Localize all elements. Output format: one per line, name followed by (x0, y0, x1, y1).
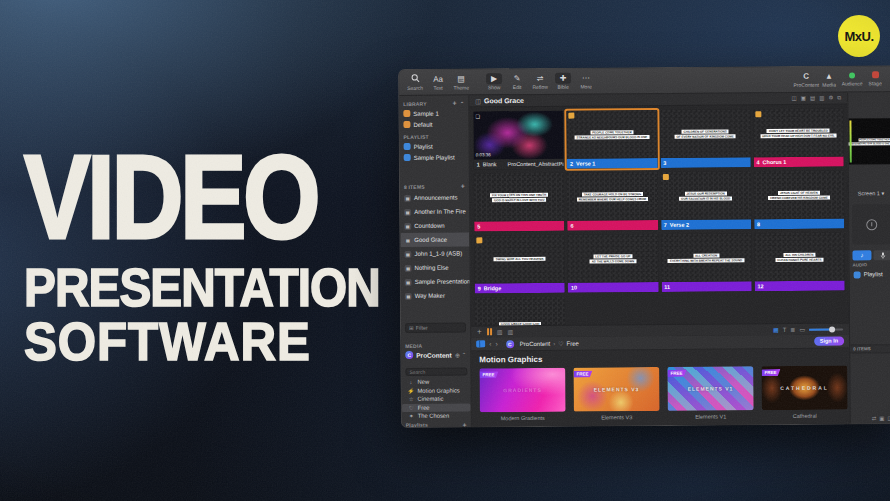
add-media-playlist-icon[interactable]: + (462, 421, 466, 428)
thumbnail-size-slider[interactable] (809, 328, 843, 330)
download-icon: ↓ (407, 379, 414, 385)
sparkle-icon: ✦ (408, 413, 415, 419)
grid-view-icon[interactable]: ▣ (801, 95, 806, 102)
text-view-toggle-icon[interactable]: T (783, 326, 787, 332)
search-button[interactable]: Search (404, 74, 426, 91)
doc-item-john[interactable]: ▤ John 1_1-9 (ASB) (400, 246, 469, 261)
layout-icon[interactable]: ◫ (792, 95, 797, 102)
add-slide-button[interactable]: + (477, 327, 482, 336)
sidebar-toggle-icon[interactable] (476, 340, 485, 347)
heart-icon: ♡ (558, 340, 563, 347)
back-icon[interactable]: ‹ (489, 340, 491, 347)
arrangement-icon[interactable] (487, 328, 492, 335)
more-button[interactable]: ⋯ More (575, 72, 597, 89)
doc-item-announcements[interactable]: ▤ Announcements (400, 190, 469, 205)
mic-icon (880, 252, 885, 259)
slider-knob[interactable] (829, 326, 835, 332)
free-badge: FREE (479, 371, 498, 378)
screen-selector[interactable]: Screen 1 ▾ (849, 190, 890, 196)
pencil-icon: ✎ (514, 73, 521, 84)
grid-view-toggle-icon[interactable]: ▦ (773, 326, 779, 333)
library-item-sample1[interactable]: Sample 1 (399, 107, 468, 119)
slide-grid: ❏ 0:03:36 1 Blank ProContent_AbstractPai… (469, 104, 849, 325)
collapse-media-icon[interactable]: ⌃ (462, 351, 466, 357)
add-library-icon[interactable]: + (453, 100, 457, 107)
slide-3[interactable]: CHILDREN OF GENERATIONS OF EVERY NATION … (660, 109, 751, 168)
audience-button[interactable]: Audience (841, 70, 863, 87)
audio-playlist-item[interactable]: Playlist (852, 269, 890, 279)
media-card-modern-gradients[interactable]: FREE GRADIENTS Modern Gradients (479, 368, 565, 422)
slide-caption: 8 (754, 219, 844, 230)
mxu-logo: MxU. (838, 15, 880, 57)
slide-7[interactable]: JESUS OUR REDEMPTION OUR SALVATION IS IN… (660, 171, 751, 230)
procontent-toolbar-button[interactable]: C ProContent (795, 71, 817, 88)
expand-icon[interactable]: ⧉ (837, 95, 841, 102)
slide-2[interactable]: PEOPLE COME TOGETHER STRANGE AS NEIGHBOU… (567, 110, 658, 169)
playlist-item-sample-playlist[interactable]: Sample Playlist (400, 151, 469, 163)
playlist-item-playlist[interactable]: Playlist (400, 140, 469, 152)
presentation-icon: ▤ (404, 208, 411, 215)
doc-item-countdown[interactable]: ▤ Countdown (400, 218, 469, 233)
media-nav-cinematic[interactable]: ☆ Cinematic (402, 394, 471, 403)
doc-item-sample-presentation[interactable]: ▤ Sample Presentation (401, 274, 470, 289)
media-card-cathedral[interactable]: FREE CATHEDRAL Cathedral (761, 365, 847, 419)
output-panel: PEOPLE COME TOGETHER STRANGE AS NEIGHBOU… (847, 92, 890, 424)
card-thumbnail: FREE ELEMENTS V1 (667, 366, 753, 411)
doc-item-nothing-else[interactable]: ▤ Nothing Else (401, 260, 470, 275)
edit-button[interactable]: ✎ Edit (506, 73, 528, 90)
shuffle-icon[interactable]: ⇄ (872, 415, 877, 421)
slide-11[interactable]: ALL CREATION EVERYTHING WITH BREATH REPE… (661, 233, 752, 292)
playlist-filter-field[interactable]: ⊞ Filter (405, 322, 466, 332)
doc-item-another-in-the-fire[interactable]: ▤ Another In The Fire (400, 204, 469, 219)
settings-icon[interactable]: ⚙ (828, 95, 833, 102)
forward-icon[interactable]: › (495, 340, 497, 347)
slide-9[interactable]: SWING WIDE ALL YOU HEAVENS 9 Bridge (474, 235, 565, 294)
arrangement-chart-icon[interactable]: ▥ (497, 328, 503, 335)
presentation-icon: ▤ (404, 236, 411, 243)
media-toolbar-button[interactable]: ▲ Media (818, 71, 840, 88)
card-view-toggle-icon[interactable]: ▭ (799, 326, 805, 333)
bible-icon: ✚ (555, 73, 571, 84)
media-card-elements-v3[interactable]: FREE ELEMENTS V3 Elements V3 (573, 367, 659, 421)
reflow-button[interactable]: ⇌ Reflow (529, 73, 551, 90)
procontent-sidebar-header[interactable]: C ProContent ⊕ ⌃ (401, 349, 470, 360)
doc-item-good-grace[interactable]: ▤ Good Grace (400, 232, 469, 247)
presentation-icon: ▤ (404, 222, 411, 229)
theme-button[interactable]: ▤ Theme (450, 73, 472, 90)
card-thumbnail: FREE GRADIENTS (479, 368, 565, 413)
slide-8[interactable]: JESUS LIGHT OF HEAVEN FRIEND FOREVER HIS… (754, 171, 845, 230)
table-view-icon[interactable]: ▥ (819, 95, 824, 102)
text-button[interactable]: Aa Text (427, 74, 449, 91)
list-view-icon[interactable]: ▤ (810, 95, 815, 102)
hero-line-presentation: PRESENTATION (24, 261, 380, 314)
mic-tab-button[interactable] (873, 250, 890, 260)
volume-icon[interactable]: ▣ (879, 415, 884, 421)
music-tab-button[interactable]: ♪ (852, 250, 871, 260)
stage-button[interactable]: Stage (864, 70, 886, 87)
items-count-bar: 0 ITEMS (850, 344, 890, 353)
collapse-library-icon[interactable]: ⌃ (460, 100, 464, 106)
slide-5[interactable]: FIX YOUR EYES ON THIS ONE TRUTH GOD IS M… (474, 173, 565, 232)
show-button[interactable]: ▶ Show (483, 73, 505, 90)
slide-5-thumbnail: FIX YOUR EYES ON THIS ONE TRUTH GOD IS M… (474, 173, 565, 222)
media-card-elements-v1[interactable]: FREE ELEMENTS V1 Elements V1 (667, 366, 753, 420)
slide-6[interactable]: TAKE COURAGE HOLD ON BE STRONG REMEMBER … (567, 172, 658, 231)
play-icon: ▶ (486, 73, 502, 84)
library-item-default[interactable]: Default (399, 118, 468, 130)
slide-12[interactable]: ALL HIS CHILDREN CLEAN HANDS PURE HEARTS… (754, 232, 845, 291)
arrangement-list-icon[interactable]: ▥ (507, 328, 513, 335)
free-badge: FREE (667, 370, 686, 377)
add-item-icon[interactable]: + (461, 182, 465, 189)
slide-10[interactable]: LET THE PRAISE GO UP AS THE WALLS COME D… (568, 234, 659, 293)
mxu-logo-text: MxU. (844, 29, 873, 44)
sign-in-button[interactable]: Sign In (814, 337, 844, 346)
procontent-logo-icon: C (506, 340, 514, 348)
bolt-icon: ⚡ (408, 388, 415, 394)
slide-4[interactable]: DON'T LET YOUR HEART BE TROUBLED HOLD YO… (753, 109, 844, 168)
bible-button[interactable]: ✚ Bible (552, 73, 574, 90)
slide-13[interactable]: GOOD GRACE GOOD GOD HIS NAME IS JESUS (475, 297, 566, 326)
slide-1[interactable]: ❏ 0:03:36 1 Blank ProContent_AbstractPai… (473, 111, 564, 170)
media-search-input[interactable] (405, 367, 467, 375)
doc-item-way-maker[interactable]: ▤ Way Maker (401, 288, 470, 303)
list-view-toggle-icon[interactable]: ≣ (790, 326, 795, 333)
